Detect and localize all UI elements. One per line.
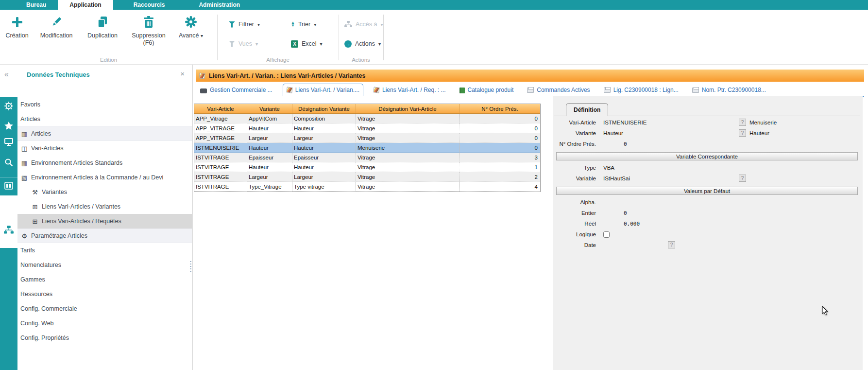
creation-button[interactable]: Création bbox=[1, 15, 33, 39]
field-type: Type VBA bbox=[553, 162, 860, 173]
sidebar-item[interactable]: Liens Vari-Articles / Requêtes bbox=[17, 214, 192, 229]
table-row[interactable]: ISTVITRAGE Type_Vitrage Type vitrage Vit… bbox=[194, 182, 540, 192]
cell-ordre: 3 bbox=[460, 153, 540, 162]
star-icon[interactable] bbox=[4, 121, 14, 131]
help-button[interactable]: ? bbox=[739, 129, 746, 137]
sidebar-item[interactable]: Config. Propriétés bbox=[17, 331, 192, 345]
excel-button[interactable]: Excel bbox=[291, 34, 345, 53]
column-header[interactable]: Désignation Vari-Article bbox=[356, 104, 460, 113]
tab[interactable]: Lig. C230900018 : Lign... bbox=[600, 84, 682, 96]
sidebar-item[interactable]: Favoris bbox=[17, 97, 192, 112]
column-header[interactable]: Désignation Variante bbox=[292, 104, 356, 113]
table-row[interactable]: ISTMENUISERIE Hauteur Hauteur Menuiserie… bbox=[194, 143, 540, 153]
sidebar-title: Données Techniques bbox=[27, 71, 90, 78]
cell-ordre: 4 bbox=[460, 182, 540, 192]
cell-ordre: 2 bbox=[460, 172, 540, 182]
table-row[interactable]: APP_VITRAGE Largeur Largeur Vitrage 0 bbox=[194, 133, 540, 143]
tab[interactable]: Catalogue produit bbox=[456, 84, 517, 96]
sidebar-item-label: Config. Propriétés bbox=[20, 335, 69, 341]
menu-item[interactable]: Raccourcis bbox=[122, 0, 177, 10]
tab[interactable]: Nom. Ptr. C230900018... bbox=[689, 84, 769, 96]
icon-rail bbox=[0, 97, 17, 370]
sidebar-item-label: Vari-Articles bbox=[31, 145, 63, 152]
briefcase-icon bbox=[200, 88, 207, 93]
group-label-actions: Actions bbox=[339, 57, 383, 63]
filtrer-button[interactable]: Filtrer bbox=[229, 15, 291, 34]
help-button[interactable]: ? bbox=[668, 241, 675, 248]
sidebar-item[interactable]: Config. Web bbox=[17, 316, 192, 331]
duplication-button[interactable]: Duplication bbox=[80, 15, 125, 39]
menu-item[interactable]: Application bbox=[58, 0, 113, 10]
trier-button[interactable]: Trier bbox=[291, 15, 345, 34]
sidebar-item[interactable]: Nomenclatures bbox=[17, 258, 192, 272]
help-button[interactable]: ? bbox=[739, 175, 746, 182]
sidebar-item[interactable]: Ressources bbox=[17, 287, 192, 301]
sort-icon bbox=[291, 21, 295, 27]
column-header[interactable]: N° Ordre Prés. bbox=[460, 104, 540, 113]
sidebar-item[interactable]: Config. Commerciale bbox=[17, 301, 192, 316]
logique-checkbox[interactable] bbox=[603, 231, 610, 238]
field-reel: Réél 0,000 bbox=[553, 218, 860, 229]
cell-variante: Type_Vitrage bbox=[247, 182, 292, 192]
tab[interactable]: Gestion Commerciale ... bbox=[197, 84, 276, 96]
wrench-icon bbox=[20, 232, 28, 240]
search-icon[interactable] bbox=[4, 158, 14, 167]
pencil-icon bbox=[50, 15, 63, 29]
menu-item[interactable]: Bureau bbox=[15, 0, 58, 10]
sidebar-item[interactable]: Vari-Articles bbox=[17, 141, 192, 156]
table-row[interactable]: APP_VITRAGE Hauteur Hauteur Vitrage 0 bbox=[194, 123, 540, 133]
column-header[interactable]: Variante bbox=[247, 104, 292, 113]
env-commande-icon bbox=[20, 174, 28, 181]
monitor-icon[interactable] bbox=[4, 137, 14, 147]
application-window: Bureau Application Raccourcis Administra… bbox=[0, 0, 868, 370]
sidebar-item-label: Environnement Articles Standards bbox=[31, 159, 122, 166]
link-grid-icon bbox=[31, 203, 39, 211]
toolbar-group-actions: Accès à Actions Actions bbox=[339, 10, 383, 64]
sidebar-item[interactable]: Gammes bbox=[17, 272, 192, 287]
sidebar-item[interactable]: Articles bbox=[17, 126, 192, 141]
suppression-button[interactable]: Suppression (F6) bbox=[125, 15, 172, 47]
cell-designation-vari-article: Menuiserie bbox=[356, 143, 460, 153]
sidebar-item[interactable]: Liens Vari-Articles / Variantes bbox=[17, 199, 192, 214]
sidebar-item[interactable]: Paramétrage Articles bbox=[17, 229, 192, 243]
printer-icon bbox=[692, 88, 699, 93]
sidebar-item[interactable]: Environnement Articles Standards bbox=[17, 156, 192, 170]
sidebar-resize-grip[interactable] bbox=[190, 261, 191, 272]
sidebar-item[interactable]: Articles bbox=[17, 112, 192, 126]
close-icon[interactable]: × bbox=[180, 70, 185, 78]
tab[interactable]: Liens Vari-Art. / Req. : ... bbox=[370, 84, 449, 96]
cell-designation-variante: Hauteur bbox=[292, 143, 356, 153]
columns-icon[interactable] bbox=[4, 181, 14, 191]
table-row[interactable]: ISTVITRAGE Epaisseur Epaisseur Vitrage 3 bbox=[194, 153, 540, 162]
org-chart-icon[interactable] bbox=[4, 226, 14, 235]
table-row[interactable]: APP_Vitrage AppVitCom Composition Vitrag… bbox=[194, 114, 540, 123]
plus-icon bbox=[11, 15, 23, 29]
tab[interactable]: Liens Vari-Art. / Varian.... bbox=[283, 84, 363, 97]
tab[interactable]: Commandes Actives bbox=[524, 84, 593, 96]
menu-item[interactable]: Administration bbox=[187, 0, 252, 10]
filter-icon bbox=[229, 41, 235, 47]
actions-button[interactable]: Actions bbox=[344, 34, 383, 53]
wheel-icon[interactable] bbox=[4, 101, 14, 111]
sidebar-item[interactable]: Variantes bbox=[17, 185, 192, 199]
sidebar-item[interactable]: Tarifs bbox=[17, 243, 192, 258]
cell-designation-variante: Type vitrage bbox=[292, 182, 356, 192]
gear-icon bbox=[185, 15, 197, 29]
cell-ordre: 0 bbox=[460, 143, 540, 153]
field-date: Date ? bbox=[553, 240, 860, 250]
notebook-icon bbox=[199, 72, 205, 79]
table-row[interactable]: ISTVITRAGE Largeur Largeur Vitrage 2 bbox=[194, 172, 540, 182]
cell-designation-variante: Largeur bbox=[292, 133, 356, 143]
sidebar-item[interactable]: Environnement Articles à la Commande / a… bbox=[17, 170, 192, 185]
group-label-affichage: Affichage bbox=[217, 57, 339, 63]
tab-definition[interactable]: Définition bbox=[566, 103, 608, 116]
column-header[interactable]: Vari-Article bbox=[194, 104, 247, 113]
help-button[interactable]: ? bbox=[739, 119, 746, 126]
collapse-sidebar-icon[interactable]: « bbox=[4, 70, 9, 79]
avance-button[interactable]: Avancé bbox=[172, 15, 210, 39]
table-row[interactable]: ISTVITRAGE Hauteur Hauteur Vitrage 1 bbox=[194, 162, 540, 172]
cell-designation-vari-article: Vitrage bbox=[356, 123, 460, 133]
document-titlebar: Liens Vari-Art. / Varian. : Liens Vari-A… bbox=[196, 70, 864, 82]
modification-button[interactable]: Modification bbox=[33, 15, 80, 39]
sidebar-item-label: Ressources bbox=[20, 291, 52, 298]
